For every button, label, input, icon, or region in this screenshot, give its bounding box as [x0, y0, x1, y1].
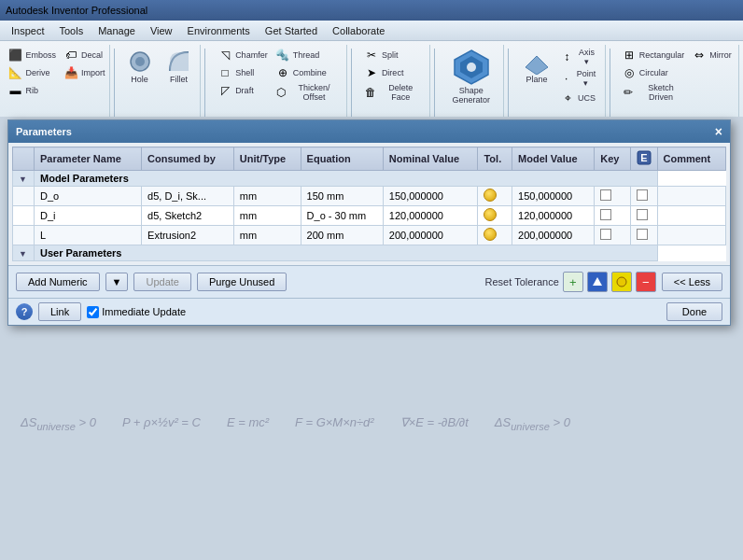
- param-eq-l[interactable]: 200 mm: [301, 226, 383, 245]
- expand-user-icon[interactable]: ▼: [19, 249, 28, 259]
- param-tol-l: [478, 226, 512, 245]
- ribbon-ucs[interactable]: ⌖ UCS: [557, 90, 600, 106]
- param-consumed-do: d5, D_i, Sk...: [142, 187, 234, 206]
- param-consumed-l: Extrusion2: [142, 226, 234, 245]
- ribbon-axis[interactable]: ↕ Axis ▾: [557, 47, 600, 67]
- menu-environments[interactable]: Environments: [180, 23, 258, 38]
- dialog-title-bar: Parameters ×: [8, 120, 730, 143]
- circular-icon: ◎: [622, 65, 637, 80]
- table-row[interactable]: D_i d5, Sketch2 mm D_o - 30 mm 120,00000…: [13, 206, 726, 226]
- ribbon-hole[interactable]: Hole: [121, 47, 159, 86]
- tolerance-minus-button[interactable]: −: [636, 272, 656, 292]
- menu-get-started[interactable]: Get Started: [258, 23, 325, 38]
- immediate-update-text: Immediate Update: [102, 306, 186, 317]
- tolerance-triangle-button[interactable]: [587, 272, 608, 292]
- fillet-icon: [166, 49, 192, 75]
- done-button[interactable]: Done: [666, 302, 722, 321]
- tol-circle-do: [484, 189, 497, 202]
- col-tol: Tol.: [478, 147, 512, 171]
- ribbon-delete-face[interactable]: 🗑 Delete Face: [361, 82, 425, 103]
- ribbon-chamfer[interactable]: ◹ Chamfer: [215, 47, 271, 63]
- dialog-footer-1: Add Numeric ▼ Update Purge Unused Reset …: [8, 265, 730, 298]
- plane-icon: [524, 49, 550, 75]
- ribbon-draft[interactable]: ◸ Draft: [215, 82, 271, 99]
- dialog-close-button[interactable]: ×: [715, 124, 722, 139]
- shell-icon: □: [217, 65, 232, 80]
- ribbon-rib[interactable]: ▬ Rib: [5, 82, 59, 99]
- table-row[interactable]: D_o d5, D_i, Sk... mm 150 mm 150,000000 …: [13, 187, 726, 206]
- thread-icon: 🔩: [275, 48, 290, 63]
- menu-tools[interactable]: Tools: [51, 23, 91, 38]
- key-check-di[interactable]: [600, 209, 611, 220]
- emboss-icon: ⬛: [7, 48, 22, 63]
- update-button[interactable]: Update: [133, 273, 190, 291]
- table-row[interactable]: L Extrusion2 mm 200 mm 200,000000 200,00…: [13, 226, 726, 245]
- ribbon-emboss[interactable]: ⬛ Emboss: [5, 47, 59, 63]
- decal-icon: 🏷: [63, 48, 78, 63]
- add-numeric-dropdown[interactable]: ▼: [105, 273, 129, 291]
- menu-manage[interactable]: Manage: [91, 23, 143, 38]
- ribbon-thread[interactable]: 🔩 Thread: [273, 47, 341, 63]
- add-numeric-button[interactable]: Add Numeric: [16, 273, 100, 291]
- link-button[interactable]: Link: [38, 302, 81, 321]
- split-icon: ✂: [364, 48, 379, 63]
- param-name-di: D_i: [35, 206, 142, 226]
- menu-collaborate[interactable]: Collaborate: [325, 23, 392, 38]
- direct-icon: ➤: [364, 65, 379, 80]
- ribbon-decal[interactable]: 🏷 Decal: [61, 47, 108, 63]
- col-consumed-by: Consumed by: [142, 147, 234, 171]
- menu-view[interactable]: View: [143, 23, 180, 38]
- param-name-do: D_o: [35, 187, 142, 206]
- param-nominal-di: 120,000000: [383, 206, 478, 226]
- tolerance-plus-button[interactable]: +: [563, 272, 583, 292]
- ribbon-combine[interactable]: ⊕ Combine: [273, 64, 341, 81]
- reset-tolerance-label: Reset Tolerance: [485, 276, 559, 287]
- expand-model-icon[interactable]: ▼: [19, 175, 28, 184]
- key-check-l[interactable]: [600, 229, 611, 240]
- param-eq-do[interactable]: 150 mm: [301, 187, 383, 206]
- dialog-footer-2: ? Link Immediate Update Done: [8, 298, 730, 325]
- ribbon-direct[interactable]: ➤ Direct: [361, 64, 425, 81]
- less-button[interactable]: << Less: [662, 273, 722, 291]
- ribbon-sketch-driven[interactable]: ✏ Sketch Driven: [619, 82, 688, 103]
- purge-unused-button[interactable]: Purge Unused: [197, 273, 287, 291]
- ribbon-fillet[interactable]: Fillet: [161, 47, 198, 86]
- combine-icon: ⊕: [275, 65, 290, 80]
- col-key: Key: [595, 147, 630, 171]
- param-unit-do: mm: [233, 187, 301, 206]
- ribbon-mirror[interactable]: ⇔ Mirror: [689, 47, 735, 63]
- rectangular-icon: ⊞: [622, 48, 637, 63]
- help-button[interactable]: ?: [16, 303, 33, 320]
- thicken-icon: ⬡: [275, 85, 287, 100]
- ribbon-shell[interactable]: □ Shell: [215, 64, 271, 81]
- param-name-l: L: [35, 226, 142, 245]
- dialog-title-text: Parameters: [16, 126, 72, 137]
- point-icon: ·: [560, 71, 572, 86]
- immediate-update-checkbox[interactable]: [87, 306, 99, 318]
- menu-bar: Inspect Tools Manage View Environments G…: [0, 21, 743, 41]
- ribbon-thicken[interactable]: ⬡ Thicken/ Offset: [273, 82, 341, 103]
- delete-face-icon: 🗑: [364, 85, 378, 100]
- ribbon-derive[interactable]: 📐 Derive: [5, 64, 59, 81]
- ribbon-split[interactable]: ✂ Split: [361, 47, 425, 63]
- param-model-do: 150,000000: [512, 187, 595, 206]
- ribbon-circular[interactable]: ◎ Circular: [619, 64, 688, 81]
- reset-tolerance-section: Reset Tolerance + −: [485, 272, 656, 292]
- key-check-do[interactable]: [600, 189, 611, 201]
- export-check-l[interactable]: [637, 229, 648, 240]
- ribbon-rectangular[interactable]: ⊞ Rectangular: [619, 47, 688, 63]
- col-nominal-value: Nominal Value: [383, 147, 478, 171]
- ribbon-shape-generator[interactable]: Shape Generator: [444, 47, 498, 106]
- ribbon-import[interactable]: 📥 Import: [61, 64, 108, 81]
- top-bar: Autodesk Inventor Professional: [0, 0, 743, 21]
- export-check-di[interactable]: [637, 209, 648, 220]
- export-check-do[interactable]: [637, 189, 648, 201]
- ribbon-plane[interactable]: Plane: [518, 47, 555, 86]
- menu-inspect[interactable]: Inspect: [4, 23, 51, 38]
- param-eq-di[interactable]: D_o - 30 mm: [301, 206, 383, 226]
- import-icon: 📥: [63, 65, 78, 80]
- tolerance-circle-button[interactable]: [611, 272, 632, 292]
- ribbon-point[interactable]: · Point ▾: [557, 68, 600, 89]
- param-unit-di: mm: [233, 206, 301, 226]
- section-model-parameters: ▼ Model Parameters: [13, 171, 726, 187]
